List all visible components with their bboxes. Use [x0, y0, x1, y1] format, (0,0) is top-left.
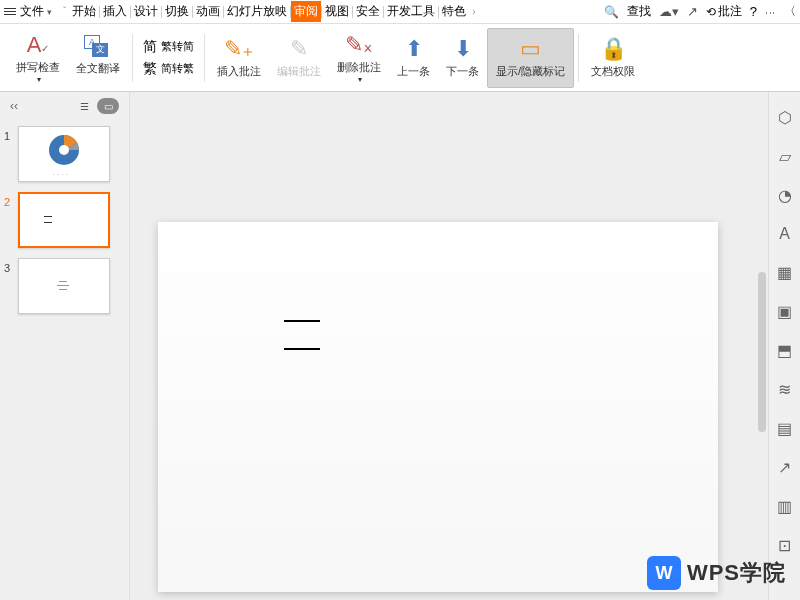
next-label: 下一条: [446, 64, 479, 79]
layers-tool-icon[interactable]: ▥: [777, 497, 792, 516]
tab-special[interactable]: 特色: [439, 1, 469, 22]
thumbnail: [18, 192, 110, 248]
export-tool-icon[interactable]: ↗: [778, 458, 791, 477]
spellcheck-icon: A✓: [27, 32, 50, 58]
lock-icon: 🔒: [600, 36, 627, 62]
slide-content-line: [284, 348, 320, 350]
image-tool-icon[interactable]: ▤: [777, 419, 792, 438]
filter-tool-icon[interactable]: ≋: [778, 380, 791, 399]
simplified-icon: 简: [143, 38, 157, 56]
slide-number: 1: [4, 126, 18, 142]
insert-comment-button[interactable]: ✎₊ 插入批注: [209, 28, 269, 88]
tab-view[interactable]: 视图: [322, 1, 352, 22]
watermark: W WPS学院: [647, 556, 786, 590]
translate-button[interactable]: A文 全文翻译: [68, 28, 128, 88]
spellcheck-button[interactable]: A✓ 拼写检查 ▾: [8, 28, 68, 88]
chevron-down-icon: ▾: [47, 7, 52, 17]
ribbon-toolbar: A✓ 拼写检查 ▾ A文 全文翻译 简繁转简 繁简转繁 ✎₊ 插入批注 ✎ 编辑…: [0, 24, 800, 92]
chevron-down-icon: ▾: [37, 75, 41, 84]
right-sidebar: ⬡ ▱ ◔ A ▦ ▣ ⬒ ≋ ▤ ↗ ▥ ⊡: [768, 92, 800, 600]
slide-canvas[interactable]: [158, 222, 718, 592]
canvas-area: [130, 92, 768, 600]
svg-point-1: [59, 145, 69, 155]
toggle-markup-button[interactable]: ▭ 显示/隐藏标记: [487, 28, 574, 88]
next-icon: ⬇: [454, 36, 472, 62]
help-icon[interactable]: ?: [750, 4, 757, 19]
slide-panel: ‹‹ ☰ ▭ 1 - - - - 2: [0, 92, 130, 600]
file-menu[interactable]: 文件 ▾: [20, 3, 52, 20]
thumbnail: [18, 258, 110, 314]
translate-label: 全文翻译: [76, 61, 120, 76]
slide-content-line: [284, 320, 320, 322]
delete-comment-icon: ✎ₓ: [345, 32, 373, 58]
edit-comment-button: ✎ 编辑批注: [269, 28, 329, 88]
spellcheck-label: 拼写检查: [16, 60, 60, 75]
grid-tool-icon[interactable]: ▣: [777, 302, 792, 321]
traditional-icon: 繁: [143, 60, 157, 78]
insert-comment-icon: ✎₊: [224, 36, 254, 62]
slide-thumbnail-3[interactable]: 3: [4, 258, 125, 314]
edit-comment-icon: ✎: [290, 36, 308, 62]
tab-slideshow[interactable]: 幻灯片放映: [224, 1, 290, 22]
convert-group: 简繁转简 繁简转繁: [137, 38, 200, 78]
circle-tool-icon[interactable]: ◔: [778, 186, 792, 205]
tab-start[interactable]: 开始: [69, 1, 99, 22]
markup-icon: ▭: [520, 36, 541, 62]
panel-collapse-icon[interactable]: ‹‹: [10, 99, 18, 113]
slide-number: 2: [4, 192, 18, 208]
tab-devtools[interactable]: 开发工具: [384, 1, 438, 22]
slide-thumbnail-1[interactable]: 1 - - - -: [4, 126, 125, 182]
hamburger-icon[interactable]: [4, 8, 16, 15]
tab-insert[interactable]: 插入: [100, 1, 130, 22]
insert-comment-label: 插入批注: [217, 64, 261, 79]
tab-animation[interactable]: 动画: [193, 1, 223, 22]
toggle-markup-label: 显示/隐藏标记: [496, 64, 565, 79]
search-label[interactable]: 查找: [627, 3, 651, 20]
vertical-scrollbar[interactable]: [758, 272, 766, 432]
panel-view-toggle: ☰ ▭: [73, 98, 119, 114]
search-icon[interactable]: 🔍: [604, 5, 619, 19]
doc-permission-button[interactable]: 🔒 文档权限: [583, 28, 643, 88]
file-menu-label: 文件: [20, 3, 44, 20]
prev-comment-button[interactable]: ⬆ 上一条: [389, 28, 438, 88]
more-icon[interactable]: ⋮: [765, 8, 776, 16]
translate-icon: A文: [86, 39, 110, 59]
tab-design[interactable]: 设计: [131, 1, 161, 22]
menu-sep: ˇ: [63, 6, 66, 17]
table-tool-icon[interactable]: ▦: [777, 263, 792, 282]
thumbnail: - - - -: [18, 126, 110, 182]
prev-icon: ⬆: [405, 36, 423, 62]
tab-review[interactable]: 审阅: [291, 1, 321, 22]
share-icon[interactable]: ↗: [687, 4, 698, 19]
slide-number: 3: [4, 258, 18, 274]
watermark-text: WPS学院: [687, 558, 786, 588]
text-tool-icon[interactable]: A: [779, 225, 790, 243]
outline-view-button[interactable]: ☰: [73, 98, 95, 114]
more-tool-icon[interactable]: ⊡: [778, 536, 791, 555]
pie-chart-icon: [47, 133, 81, 167]
tab-security[interactable]: 安全: [353, 1, 383, 22]
to-traditional-button[interactable]: 繁简转繁: [143, 60, 194, 78]
menu-tabs: 开始 插入 设计 切换 动画 幻灯片放映 审阅 视图 安全 开发工具 特色 ›: [69, 1, 478, 22]
to-simplified-button[interactable]: 简繁转简: [143, 38, 194, 56]
delete-comment-label: 删除批注: [337, 60, 381, 75]
slide-thumbnail-2[interactable]: 2: [4, 192, 125, 248]
tab-transition[interactable]: 切换: [162, 1, 192, 22]
prev-label: 上一条: [397, 64, 430, 79]
wps-logo-icon: W: [647, 556, 681, 590]
chart-tool-icon[interactable]: ⬒: [777, 341, 792, 360]
thumbnail-view-button[interactable]: ▭: [97, 98, 119, 114]
delete-comment-button[interactable]: ✎ₓ 删除批注▾: [329, 28, 389, 88]
cloud-icon[interactable]: ☁▾: [659, 4, 679, 19]
next-comment-button[interactable]: ⬇ 下一条: [438, 28, 487, 88]
shape-tool-icon[interactable]: ▱: [779, 147, 791, 166]
edit-comment-label: 编辑批注: [277, 64, 321, 79]
doc-permission-label: 文档权限: [591, 64, 635, 79]
select-tool-icon[interactable]: ⬡: [778, 108, 792, 127]
collapse-ribbon-icon[interactable]: 〈: [784, 3, 796, 20]
annotate-button[interactable]: ⟲批注: [706, 3, 742, 20]
